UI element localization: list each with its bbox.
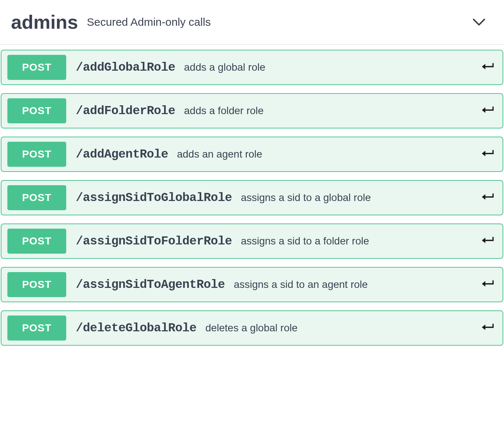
endpoint-path: /assignSidToGlobalRole bbox=[76, 191, 232, 205]
section-title: admins bbox=[11, 11, 78, 33]
method-badge: POST bbox=[7, 55, 66, 80]
endpoint-row[interactable]: POST/assignSidToFolderRoleassigns a sid … bbox=[1, 223, 503, 259]
section-header[interactable]: admins Secured Admin-only calls bbox=[0, 0, 504, 45]
endpoint-path: /assignSidToFolderRole bbox=[76, 235, 232, 248]
enter-arrow-icon bbox=[480, 61, 494, 74]
endpoint-description: adds an agent role bbox=[177, 148, 262, 160]
method-badge: POST bbox=[7, 316, 66, 341]
endpoint-row[interactable]: POST/deleteGlobalRoledeletes a global ro… bbox=[1, 310, 503, 346]
enter-arrow-icon bbox=[480, 148, 494, 161]
endpoint-description: adds a global role bbox=[184, 61, 265, 73]
endpoint-path: /addGlobalRole bbox=[76, 61, 175, 74]
method-badge: POST bbox=[7, 229, 66, 254]
enter-arrow-icon bbox=[480, 191, 494, 204]
method-badge: POST bbox=[7, 142, 66, 167]
section-description: Secured Admin-only calls bbox=[87, 16, 211, 28]
method-badge: POST bbox=[7, 98, 66, 123]
endpoint-row[interactable]: POST/assignSidToGlobalRoleassigns a sid … bbox=[1, 180, 503, 215]
enter-arrow-icon bbox=[480, 278, 494, 291]
enter-arrow-icon bbox=[480, 105, 494, 117]
enter-arrow-icon bbox=[480, 235, 494, 247]
endpoint-row[interactable]: POST/addAgentRoleadds an agent role bbox=[1, 137, 503, 172]
endpoint-path: /addFolderRole bbox=[76, 104, 175, 118]
enter-arrow-icon bbox=[480, 322, 494, 334]
endpoints-list: POST/addGlobalRoleadds a global rolePOST… bbox=[0, 45, 504, 355]
method-badge: POST bbox=[7, 272, 66, 297]
endpoint-description: assigns a sid to a global role bbox=[241, 192, 371, 204]
endpoint-row[interactable]: POST/addGlobalRoleadds a global role bbox=[1, 50, 503, 85]
endpoint-row[interactable]: POST/addFolderRoleadds a folder role bbox=[1, 93, 503, 128]
endpoint-path: /deleteGlobalRole bbox=[76, 321, 196, 335]
chevron-down-icon bbox=[471, 14, 487, 32]
endpoint-row[interactable]: POST/assignSidToAgentRoleassigns a sid t… bbox=[1, 267, 503, 302]
endpoint-description: assigns a sid to a folder role bbox=[241, 235, 369, 247]
endpoint-path: /addAgentRole bbox=[76, 148, 168, 161]
method-badge: POST bbox=[7, 185, 66, 210]
endpoint-description: deletes a global role bbox=[205, 322, 298, 334]
endpoint-description: adds a folder role bbox=[184, 105, 263, 117]
endpoint-path: /assignSidToAgentRole bbox=[76, 278, 225, 292]
endpoint-description: assigns a sid to an agent role bbox=[234, 279, 368, 290]
